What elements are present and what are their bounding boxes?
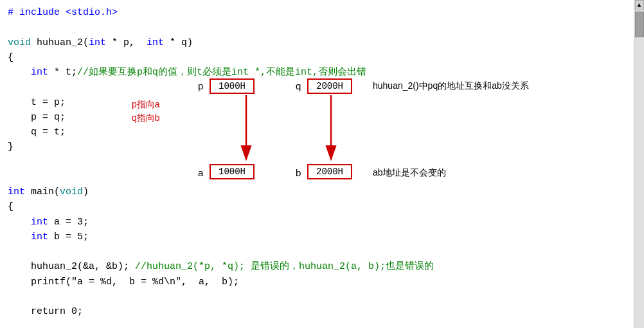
scroll-up-arrow[interactable]: ▲ [635,0,644,10]
code-line-21: return 0; [8,304,626,319]
code-line-6 [8,80,626,95]
code-line-17 [8,244,626,259]
code-line-12 [8,170,626,185]
code-line-15: int a = 3; [8,215,626,230]
code-line-4: { [8,50,626,65]
code-line-10: } [8,140,626,154]
code-line-8: p = q; [8,110,626,125]
code-line-5: int * t;//如果要互换p和q的值，则t必须是int *,不能是int,否… [8,65,626,80]
code-line-13: int main(void) [8,185,626,199]
code-line-16: int b = 5; [8,230,626,244]
code-line-3: void huhuan_2(int * p, int * q) [8,35,626,50]
code-line-9: q = t; [8,125,626,140]
code-line-18: huhuan_2(&a, &b); //huhuan_2(*p, *q); 是错… [8,259,626,274]
scroll-thumb[interactable] [635,12,644,37]
code-line-7: t = p; [8,95,626,110]
code-line-2 [8,20,626,35]
code-line-19: printf("a = %d, b = %d\n", a, b); [8,275,626,289]
code-line-11 [8,155,626,170]
code-line-1: # include <stdio.h> [8,5,626,20]
code-line-20 [8,289,626,304]
code-block: # include <stdio.h> void huhuan_2(int * … [8,5,626,319]
code-line-14: { [8,199,626,214]
code-area: # include <stdio.h> void huhuan_2(int * … [0,0,634,328]
scrollbar[interactable]: ▲ [634,0,644,328]
